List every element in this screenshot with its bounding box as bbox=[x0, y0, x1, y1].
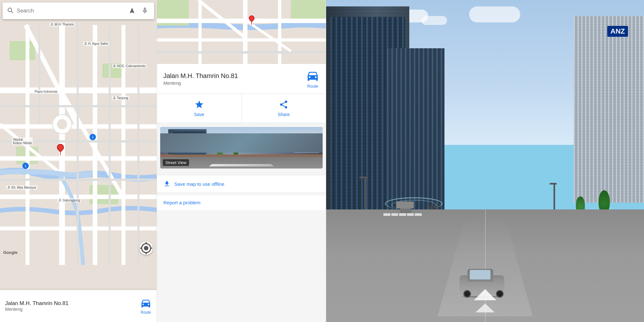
svg-rect-14 bbox=[122, 25, 125, 265]
left-map-panel: i i Plaza Indonesia WadukKebun Melati Jl… bbox=[0, 0, 157, 322]
save-button[interactable]: Save bbox=[157, 94, 242, 123]
route-label: Route bbox=[141, 310, 151, 315]
location-info: Jalan M.H. Thamrin No.81 Menteng bbox=[5, 300, 68, 312]
svg-text:i: i bbox=[25, 164, 26, 168]
mini-map[interactable] bbox=[157, 0, 326, 64]
svg-rect-38 bbox=[199, 0, 202, 64]
share-label: Share bbox=[278, 112, 290, 117]
star-icon bbox=[194, 100, 204, 109]
back-arrow[interactable] bbox=[475, 303, 495, 312]
search-bar bbox=[3, 3, 154, 19]
forward-arrow[interactable] bbox=[474, 289, 496, 300]
svg-rect-36 bbox=[243, 0, 247, 64]
location-name: Jalan M.H. Thamrin No.81 bbox=[5, 300, 68, 307]
google-logo: Google bbox=[3, 250, 18, 255]
navigation-arrows[interactable] bbox=[474, 289, 496, 312]
street-view-card[interactable]: Street View bbox=[160, 127, 323, 169]
plaza-indonesia-label: Plaza Indonesia bbox=[34, 90, 58, 94]
detail-route-button[interactable]: Route bbox=[306, 69, 319, 89]
anz-sign: ANZ bbox=[607, 26, 628, 37]
detail-district: Menteng bbox=[163, 81, 238, 86]
detail-car-icon bbox=[306, 69, 319, 82]
cloud-2 bbox=[421, 16, 447, 25]
left-location-bar: Jalan M.H. Thamrin No.81 Menteng Route bbox=[0, 290, 157, 322]
car-route-icon bbox=[140, 297, 152, 309]
save-offline-button[interactable]: Save map to use offline bbox=[157, 175, 326, 193]
directions-icon-button[interactable] bbox=[127, 6, 137, 16]
anz-building bbox=[574, 16, 644, 203]
search-input[interactable] bbox=[17, 8, 124, 14]
svg-rect-23 bbox=[77, 25, 79, 265]
svg-point-27 bbox=[57, 119, 67, 130]
voice-search-button[interactable] bbox=[140, 6, 150, 16]
cloud-3 bbox=[469, 6, 520, 22]
location-detail-card: Jalan M.H. Thamrin No.81 Menteng Route bbox=[157, 64, 326, 94]
jl-galunggung-label: Jl. Galunggung bbox=[58, 198, 81, 202]
street-view-full: ANZ bbox=[326, 0, 644, 322]
jl-cokro-label: Jl. HOS. Cokroaminoto bbox=[112, 64, 146, 68]
share-button[interactable]: Share bbox=[242, 94, 326, 123]
left-route-button[interactable]: Route bbox=[140, 297, 152, 315]
jl-kh-label: Jl. Kh. Mas Mansyur bbox=[6, 185, 37, 190]
download-icon bbox=[163, 180, 170, 187]
svg-rect-39 bbox=[157, 38, 326, 42]
report-problem-button[interactable]: Report a problem bbox=[157, 195, 326, 210]
action-button-row: Save Share bbox=[157, 94, 326, 123]
jl-tanjung-label: Jl. Tanjung bbox=[112, 96, 129, 100]
svg-line-1 bbox=[11, 11, 13, 13]
svg-text:i: i bbox=[92, 135, 93, 139]
detail-route-label: Route bbox=[307, 84, 318, 89]
detail-location-name: Jalan M.H. Thamrin No.81 bbox=[163, 72, 238, 80]
report-label: Report a problem bbox=[163, 200, 200, 205]
search-icon bbox=[7, 7, 13, 15]
mini-map-pin bbox=[249, 15, 255, 25]
svg-rect-25 bbox=[137, 25, 139, 265]
svg-rect-3 bbox=[10, 41, 35, 60]
far-car bbox=[396, 201, 415, 213]
svg-rect-35 bbox=[157, 19, 326, 23]
gps-location-button[interactable] bbox=[139, 241, 153, 255]
svg-rect-19 bbox=[38, 25, 40, 124]
map-location-pin bbox=[57, 144, 64, 155]
svg-rect-40 bbox=[157, 51, 326, 54]
share-icon bbox=[279, 100, 288, 109]
svg-point-0 bbox=[8, 8, 12, 12]
street-view-label: Street View bbox=[163, 159, 189, 166]
right-street-view-panel[interactable]: ANZ bbox=[326, 0, 644, 322]
svg-rect-37 bbox=[278, 0, 281, 64]
save-offline-label: Save map to use offline bbox=[174, 181, 224, 187]
location-district: Menteng bbox=[5, 307, 68, 312]
waduk-label: WadukKebun Melati bbox=[12, 137, 33, 145]
left-map-area[interactable]: i i Plaza Indonesia WadukKebun Melati Jl… bbox=[0, 0, 157, 290]
location-detail-info: Jalan M.H. Thamrin No.81 Menteng bbox=[163, 72, 238, 86]
zebra-crossing bbox=[383, 213, 422, 216]
svg-rect-24 bbox=[109, 25, 111, 265]
middle-detail-panel: Jalan M.H. Thamrin No.81 Menteng Route S… bbox=[157, 0, 326, 322]
jl-thamrin-label: Jl. M.H. Thamrin bbox=[50, 22, 75, 27]
save-label: Save bbox=[194, 112, 204, 117]
jl-agus-label: Jl. H. Agus Salim bbox=[83, 42, 109, 46]
